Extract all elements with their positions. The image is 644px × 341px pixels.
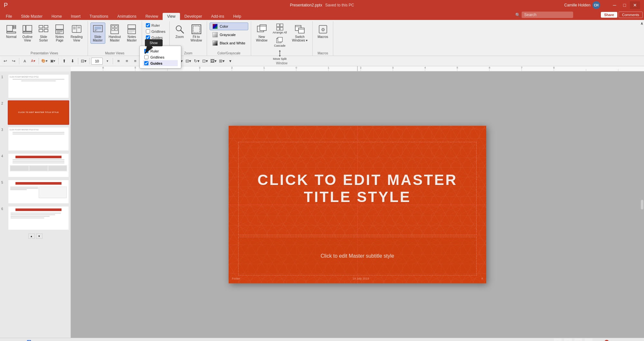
slide-image-4[interactable] — [8, 153, 69, 178]
switch-windows-button[interactable]: SwitchWindows ▾ — [290, 23, 310, 44]
tab-view[interactable]: View — [163, 13, 180, 20]
notes-page-button[interactable]: NotesPage — [52, 23, 67, 44]
normal-view-button[interactable]: Normal — [4, 23, 19, 40]
slide-thumb-4[interactable]: 4 — [1, 153, 69, 178]
tab-transitions[interactable]: Transitions — [85, 13, 113, 20]
notes-master-button[interactable]: NotesMaster — [124, 23, 139, 44]
group-button[interactable]: ⊟▾ — [185, 57, 192, 65]
slide-thumb-1[interactable]: 1 CLICK TO EDIT MASTER TITLE STYLE — [1, 74, 69, 98]
slide-image-6[interactable] — [8, 206, 69, 230]
dropdown-guides-item[interactable]: Guides — [143, 60, 178, 66]
ribbon-collapse-button[interactable]: ∧ — [640, 21, 643, 26]
undo-button[interactable]: ↩ — [1, 57, 9, 65]
line-color-button[interactable]: A — [21, 57, 29, 65]
align-button[interactable]: ⊟▾ — [80, 57, 88, 65]
slide-title-box[interactable]: CLICK TO EDIT MASTER TITLE STYLE — [238, 142, 477, 235]
comments-button[interactable]: Comments — [619, 12, 643, 18]
align-right-button[interactable]: ≡ — [131, 57, 139, 65]
gridlines-checkbox[interactable] — [146, 29, 150, 33]
macros-button[interactable]: ⚙ Macros — [315, 23, 330, 40]
outline-view-button[interactable]: OutlineView — [20, 23, 35, 44]
insert-button[interactable]: 🖼▾ — [210, 57, 217, 65]
slide-thumb-5[interactable]: 5 — [1, 180, 69, 204]
zoom-out-icon[interactable]: − — [595, 340, 597, 341]
guides-checkbox-item[interactable]: Guides — [145, 35, 164, 40]
dropdown-ruler-checkbox[interactable] — [144, 49, 148, 53]
close-button[interactable]: ✕ — [630, 1, 640, 9]
tab-add-ins[interactable]: Add-ins — [207, 13, 229, 20]
slide-scroll-down[interactable]: ▼ — [36, 234, 43, 239]
grayscale-button[interactable]: Grayscale — [210, 31, 248, 39]
tab-file[interactable]: File — [1, 13, 16, 20]
crop-button[interactable]: ⊡▾ — [201, 57, 209, 65]
tab-animations[interactable]: Animations — [113, 13, 141, 20]
slide-thumb-2[interactable]: 2 CLICK TO EDIT MASTER TITLE STYLE — [1, 100, 69, 125]
tab-review[interactable]: Review — [141, 13, 163, 20]
arrange-button[interactable]: ⊞▾ — [218, 57, 226, 65]
move-up-button[interactable]: ⬆ — [60, 57, 68, 65]
slide-master-button[interactable]: SlideMaster — [90, 23, 105, 44]
ruler-checkbox[interactable] — [146, 23, 150, 27]
align-left-button[interactable]: ≡ — [115, 57, 122, 65]
reading-view-status-button[interactable]: 📖 — [574, 338, 582, 341]
more-button[interactable]: ▾ — [226, 57, 234, 65]
slide-image-3[interactable]: CLICK TO EDIT MASTER TITLE STYLE — [8, 127, 69, 151]
move-split-button[interactable]: Move Split — [271, 49, 289, 61]
redo-button[interactable]: ↪ — [10, 57, 17, 65]
rotate-button[interactable]: ↻▾ — [193, 57, 201, 65]
font-color-button[interactable]: A▾ — [29, 57, 37, 65]
color-button[interactable]: Color — [210, 23, 248, 30]
maximize-button[interactable]: □ — [620, 1, 629, 9]
dropdown-guides-checkbox[interactable] — [144, 61, 148, 65]
zoom-button[interactable]: Zoom — [172, 23, 187, 40]
font-size-down-btn[interactable]: ▾ — [103, 57, 111, 65]
arrange-all-button[interactable]: Arrange All — [271, 23, 289, 35]
main-area: 1 CLICK TO EDIT MASTER TITLE STYLE 2 CLI… — [0, 71, 644, 338]
handout-master-button[interactable]: HandoutMaster — [107, 23, 123, 44]
slide-image-1[interactable]: CLICK TO EDIT MASTER TITLE STYLE — [8, 74, 69, 98]
gridlines-checkbox-item[interactable]: Gridlines — [145, 29, 166, 34]
zoom-slider[interactable] — [599, 340, 624, 341]
move-down-button[interactable]: ⬇ — [69, 57, 76, 65]
outline-color-button[interactable]: ▣▾ — [49, 57, 57, 65]
slide-subtitle-box[interactable]: Click to edit Master subtitle style — [238, 237, 477, 275]
ruler-checkbox-item[interactable]: Ruler — [145, 23, 161, 28]
black-white-button[interactable]: Black and White — [210, 39, 248, 47]
slide-sorter-status-button[interactable]: ⊞ — [564, 338, 572, 341]
tab-home[interactable]: Home — [47, 13, 66, 20]
window-controls[interactable]: ─ □ ✕ — [610, 1, 640, 9]
dropdown-gridlines-item[interactable]: Gridlines — [143, 54, 178, 60]
tab-slide-master[interactable]: Slide Master — [16, 13, 47, 20]
align-center-button[interactable]: ≡ — [123, 57, 131, 65]
minimize-button[interactable]: ─ — [610, 1, 620, 9]
slide-thumb-3[interactable]: 3 CLICK TO EDIT MASTER TITLE STYLE — [1, 127, 69, 151]
scroll-thumb[interactable] — [641, 200, 643, 209]
font-size-input[interactable] — [91, 58, 103, 65]
slide-canvas[interactable]: CLICK TO EDIT MASTER TITLE STYLE Click t… — [229, 126, 486, 283]
svg-rect-60 — [298, 28, 304, 33]
slideshow-status-button[interactable]: ▶ — [585, 338, 592, 341]
dropdown-gridlines-checkbox[interactable] — [144, 55, 148, 59]
reading-view-button[interactable]: ReadingView — [68, 23, 85, 44]
dropdown-ruler-item[interactable]: Ruler — [143, 48, 178, 54]
tab-help[interactable]: Help — [229, 13, 246, 20]
slide-scroll-up[interactable]: ▲ — [28, 234, 35, 239]
user-avatar[interactable]: CH — [592, 1, 600, 9]
slide-sorter-button[interactable]: SlideSorter — [36, 23, 51, 44]
fit-to-window-button[interactable]: Fit toWindow — [188, 23, 204, 44]
fill-color-button[interactable]: 🎨▾ — [41, 57, 48, 65]
slide-image-2[interactable]: CLICK TO EDIT MASTER TITLE STYLE — [8, 100, 69, 125]
new-window-button[interactable]: NewWindow — [254, 23, 270, 44]
share-button[interactable]: Share — [601, 12, 617, 18]
tab-insert[interactable]: Insert — [66, 13, 85, 20]
cascade-button[interactable]: Cascade — [271, 36, 289, 48]
slide-image-5[interactable] — [8, 180, 69, 204]
zoom-in-icon[interactable]: + — [626, 340, 628, 341]
search-input[interactable] — [522, 12, 573, 18]
guides-checkbox[interactable] — [146, 35, 150, 40]
svg-rect-2 — [13, 27, 16, 29]
normal-view-status-button[interactable]: ⊡ — [554, 338, 562, 341]
slide-thumb-6[interactable]: 6 — [1, 206, 69, 230]
tab-developer[interactable]: Developer — [180, 13, 207, 20]
footer-left: Footer — [232, 277, 240, 280]
